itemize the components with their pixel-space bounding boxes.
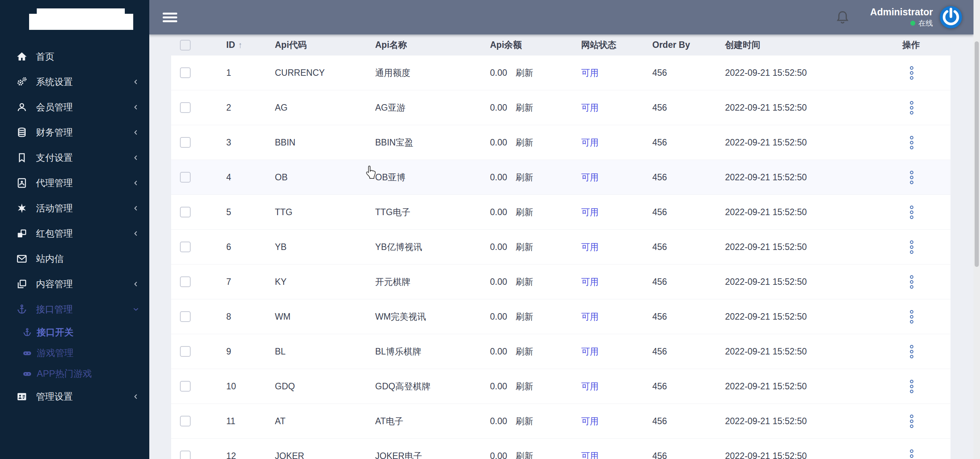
cell-api-code: KY	[275, 277, 375, 287]
table-row: 3 BBIN BBIN宝盈 0.00 刷新 可用 456 2022-09-21 …	[171, 125, 951, 160]
cell-api-code: TTG	[275, 207, 375, 217]
row-actions-menu[interactable]	[910, 345, 918, 358]
site-status-link[interactable]: 可用	[581, 312, 599, 322]
table-row: 11 AT AT电子 0.00 刷新 可用 456 2022-09-21 15:…	[171, 404, 951, 439]
sidebar-item-content[interactable]: 内容管理	[0, 271, 149, 297]
refresh-link[interactable]: 刷新	[516, 415, 533, 427]
refresh-link[interactable]: 刷新	[516, 276, 533, 288]
logo-image	[29, 14, 133, 30]
cell-api-code: AG	[275, 103, 375, 113]
sidebar-item-label: 代理管理	[36, 177, 73, 189]
row-checkbox[interactable]	[180, 381, 191, 392]
sidebar-item-api-switch[interactable]: 接口开关	[0, 322, 149, 343]
cell-api-code: GDQ	[275, 381, 375, 392]
sidebar-item-label: 内容管理	[36, 278, 73, 290]
sidebar-toggle-button[interactable]	[163, 11, 177, 24]
refresh-link[interactable]: 刷新	[516, 102, 533, 114]
refresh-link[interactable]: 刷新	[516, 67, 533, 79]
sidebar-item-home[interactable]: 首页	[0, 44, 149, 69]
sidebar-item-label: 系统设置	[36, 76, 73, 88]
site-status-link[interactable]: 可用	[581, 242, 599, 252]
refresh-link[interactable]: 刷新	[516, 311, 533, 323]
sidebar-item-system[interactable]: 系统设置	[0, 69, 149, 95]
row-actions-menu[interactable]	[910, 240, 918, 254]
row-checkbox[interactable]	[180, 311, 191, 322]
sidebar-item-api[interactable]: 接口管理	[0, 297, 149, 322]
cell-api-balance: 0.00	[490, 451, 507, 459]
column-header-api-code[interactable]: Api代码	[275, 39, 375, 51]
app-logo[interactable]	[0, 0, 149, 44]
row-checkbox[interactable]	[180, 416, 191, 426]
refresh-link[interactable]: 刷新	[516, 172, 533, 183]
sidebar-item-finance[interactable]: 财务管理	[0, 120, 149, 145]
refresh-link[interactable]: 刷新	[516, 137, 533, 149]
row-checkbox[interactable]	[180, 276, 191, 287]
sidebar-item-payment[interactable]: 支付设置	[0, 145, 149, 170]
notifications-bell-icon[interactable]	[835, 10, 850, 25]
refresh-link[interactable]: 刷新	[516, 241, 533, 253]
site-status-link[interactable]: 可用	[581, 416, 599, 426]
row-checkbox[interactable]	[180, 242, 191, 252]
cell-api-name: YB亿博视讯	[375, 241, 490, 253]
chevron-left-icon	[132, 129, 140, 136]
cell-api-balance: 0.00	[490, 103, 507, 113]
site-status-link[interactable]: 可用	[581, 137, 599, 147]
refresh-link[interactable]: 刷新	[516, 381, 533, 392]
sidebar-item-messages[interactable]: 站内信	[0, 246, 149, 271]
cell-created-at: 2022-09-21 15:52:50	[725, 242, 902, 252]
row-actions-menu[interactable]	[910, 415, 918, 428]
site-status-link[interactable]: 可用	[581, 277, 599, 287]
cell-api-code: YB	[275, 242, 375, 252]
sidebar-item-admin-settings[interactable]: 管理设置	[0, 384, 149, 409]
row-checkbox[interactable]	[180, 67, 191, 78]
vertical-scrollbar-thumb[interactable]	[975, 41, 979, 267]
column-header-api-balance[interactable]: Api余额	[490, 39, 581, 51]
cell-order-by: 456	[652, 416, 725, 426]
chevron-left-icon	[132, 103, 140, 111]
row-checkbox[interactable]	[180, 451, 191, 459]
row-actions-menu[interactable]	[910, 66, 918, 80]
column-header-site-status[interactable]: 网站状态	[581, 39, 652, 51]
row-checkbox[interactable]	[180, 346, 191, 357]
row-checkbox[interactable]	[180, 172, 191, 183]
row-checkbox[interactable]	[180, 137, 191, 148]
cell-api-balance: 0.00	[490, 346, 507, 357]
row-actions-menu[interactable]	[910, 380, 918, 393]
row-checkbox[interactable]	[180, 102, 191, 113]
sidebar-item-app-hot-games[interactable]: APP热门游戏	[0, 363, 149, 384]
site-status-link[interactable]: 可用	[581, 381, 599, 391]
select-all-checkbox[interactable]	[180, 40, 191, 51]
sidebar-item-redpacket[interactable]: 红包管理	[0, 221, 149, 246]
row-actions-menu[interactable]	[910, 206, 918, 219]
refresh-link[interactable]: 刷新	[516, 346, 533, 358]
site-status-link[interactable]: 可用	[581, 68, 599, 78]
cell-api-balance: 0.00	[490, 277, 507, 287]
sidebar-item-activities[interactable]: 活动管理	[0, 196, 149, 221]
refresh-link[interactable]: 刷新	[516, 206, 533, 218]
site-status-link[interactable]: 可用	[581, 103, 599, 113]
row-actions-menu[interactable]	[910, 310, 918, 323]
cell-api-name: BBIN宝盈	[375, 137, 490, 149]
sidebar-item-members[interactable]: 会员管理	[0, 95, 149, 120]
column-header-order-by[interactable]: Order By	[652, 40, 725, 50]
site-status-link[interactable]: 可用	[581, 346, 599, 356]
row-actions-menu[interactable]	[910, 449, 918, 459]
row-actions-menu[interactable]	[910, 275, 918, 289]
avatar[interactable]	[940, 6, 962, 28]
column-header-id[interactable]: ID↑	[226, 40, 275, 50]
cell-api-name: GDQ高登棋牌	[375, 381, 490, 392]
row-actions-menu[interactable]	[910, 136, 918, 149]
user-menu[interactable]: Administrator 在线	[870, 7, 933, 28]
column-header-api-name[interactable]: Api名称	[375, 39, 490, 51]
refresh-link[interactable]: 刷新	[516, 450, 533, 459]
row-checkbox[interactable]	[180, 207, 191, 217]
row-actions-menu[interactable]	[910, 171, 918, 184]
cell-order-by: 456	[652, 451, 725, 459]
sidebar-item-agents[interactable]: 代理管理	[0, 170, 149, 196]
row-actions-menu[interactable]	[910, 101, 918, 114]
site-status-link[interactable]: 可用	[581, 172, 599, 182]
site-status-link[interactable]: 可用	[581, 451, 599, 459]
sidebar-item-game-mgmt[interactable]: 游戏管理	[0, 343, 149, 363]
column-header-created-at[interactable]: 创建时间	[725, 39, 902, 51]
site-status-link[interactable]: 可用	[581, 207, 599, 217]
